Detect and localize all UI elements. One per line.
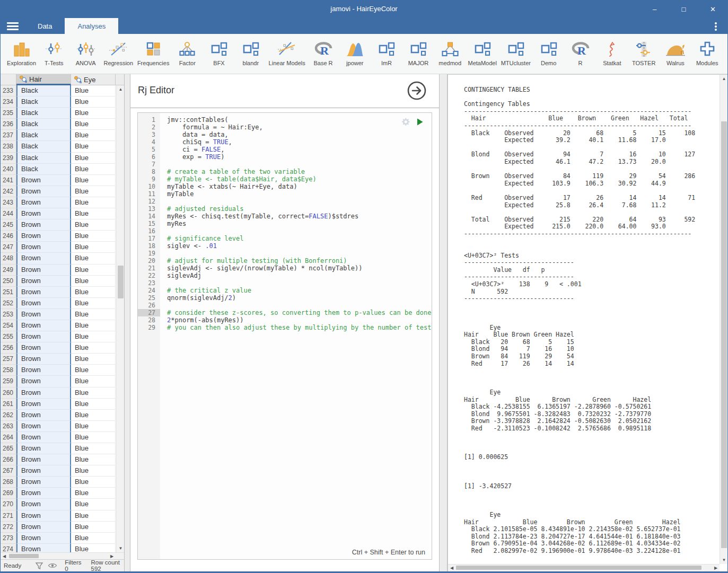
row-number-cell[interactable]: 259: [1, 376, 16, 387]
hair-cell[interactable]: Brown: [16, 533, 71, 544]
row-number-cell[interactable]: 244: [1, 208, 16, 219]
hair-cell[interactable]: Brown: [16, 265, 71, 276]
hair-cell[interactable]: Brown: [16, 208, 71, 219]
eye-cell[interactable]: Blue: [71, 265, 116, 276]
ribbon-item-r[interactable]: RR: [567, 39, 594, 66]
row-number-cell[interactable]: 256: [1, 342, 16, 354]
eye-cell[interactable]: Blue: [71, 465, 116, 477]
ribbon-item-lmr[interactable]: lmR: [373, 39, 400, 66]
hair-cell[interactable]: Brown: [16, 376, 71, 387]
hair-cell[interactable]: Brown: [16, 544, 71, 552]
eye-cell[interactable]: Blue: [71, 309, 116, 320]
ribbon-item-modules[interactable]: Modules: [694, 39, 721, 66]
scroll-right-icon[interactable]: ▶: [712, 565, 720, 571]
scroll-thumb[interactable]: [9, 554, 39, 558]
hair-cell[interactable]: Black: [16, 96, 71, 108]
ribbon-item-demo[interactable]: Demo: [535, 39, 563, 66]
column-header-eye[interactable]: a Eye: [71, 74, 116, 85]
row-number-cell[interactable]: 269: [1, 488, 16, 499]
data-vertical-scrollbar[interactable]: ▲ ▼: [116, 85, 124, 552]
row-number-cell[interactable]: 268: [1, 477, 16, 488]
row-number-cell[interactable]: 262: [1, 410, 16, 421]
ribbon-item-jpower[interactable]: jpower: [341, 39, 369, 66]
eye-cell[interactable]: Blue: [71, 298, 116, 309]
ribbon-item-walrus[interactable]: Walrus: [662, 39, 689, 66]
hair-cell[interactable]: Black: [16, 141, 71, 152]
ribbon-item-anova[interactable]: ANOVA: [72, 39, 100, 66]
scroll-thumb[interactable]: [456, 566, 701, 570]
row-number-cell[interactable]: 237: [1, 130, 16, 141]
scroll-left-icon[interactable]: ◀: [1, 553, 8, 559]
eye-cell[interactable]: Blue: [71, 119, 116, 130]
hair-cell[interactable]: Brown: [16, 477, 71, 488]
hair-cell[interactable]: Brown: [16, 421, 71, 432]
eye-cell[interactable]: Blue: [71, 231, 116, 242]
eye-cell[interactable]: Blue: [71, 387, 116, 399]
hair-cell[interactable]: Brown: [16, 510, 71, 522]
ribbon-item-mtucluster[interactable]: MTUcluster: [501, 39, 531, 66]
ribbon-item-bfx[interactable]: BFX: [205, 39, 233, 66]
hair-cell[interactable]: Brown: [16, 522, 71, 533]
eye-cell[interactable]: Blue: [71, 510, 116, 522]
hair-cell[interactable]: Brown: [16, 432, 71, 443]
ribbon-item-statkat[interactable]: Statkat: [598, 39, 626, 66]
output-vertical-scrollbar[interactable]: ▲ ▼: [720, 75, 727, 564]
row-number-cell[interactable]: 266: [1, 454, 16, 465]
eye-cell[interactable]: Blue: [71, 242, 116, 253]
row-number-cell[interactable]: 250: [1, 276, 16, 287]
row-number-cell[interactable]: 253: [1, 309, 16, 320]
row-number-cell[interactable]: 235: [1, 108, 16, 119]
scroll-thumb[interactable]: [118, 266, 124, 298]
row-number-cell[interactable]: 239: [1, 153, 16, 164]
eye-cell[interactable]: Blue: [71, 287, 116, 298]
ribbon-item-toster[interactable]: TOSTER: [630, 39, 657, 66]
hair-cell[interactable]: Brown: [16, 219, 71, 231]
row-number-cell[interactable]: 274: [1, 544, 16, 552]
row-number-cell[interactable]: 242: [1, 186, 16, 197]
eye-cell[interactable]: Blue: [71, 85, 116, 96]
row-number-cell[interactable]: 241: [1, 175, 16, 186]
row-number-cell[interactable]: 248: [1, 253, 16, 264]
eye-cell[interactable]: Blue: [71, 219, 116, 231]
tab-analyses[interactable]: Analyses: [65, 18, 118, 34]
row-number-cell[interactable]: 271: [1, 510, 16, 522]
row-number-cell[interactable]: 264: [1, 432, 16, 443]
code-editor[interactable]: 1234567891011121314151617181920212223242…: [137, 112, 432, 560]
hair-cell[interactable]: Brown: [16, 342, 71, 354]
ribbon-item-major[interactable]: MAJOR: [405, 39, 432, 66]
row-number-cell[interactable]: 260: [1, 387, 16, 399]
eye-cell[interactable]: Blue: [71, 365, 116, 376]
row-number-cell[interactable]: 255: [1, 331, 16, 342]
scroll-thumb[interactable]: [721, 121, 727, 548]
eye-cell[interactable]: Blue: [71, 175, 116, 186]
maximize-button[interactable]: □: [669, 1, 698, 18]
row-number-cell[interactable]: 236: [1, 119, 16, 130]
row-number-cell[interactable]: 267: [1, 465, 16, 477]
scroll-up-icon[interactable]: ▲: [117, 85, 124, 93]
row-number-cell[interactable]: 251: [1, 287, 16, 298]
scroll-down-icon[interactable]: ▼: [117, 544, 124, 552]
eye-cell[interactable]: Blue: [71, 153, 116, 164]
eye-cell[interactable]: Blue: [71, 488, 116, 499]
row-number-cell[interactable]: 265: [1, 443, 16, 454]
row-number-cell[interactable]: 261: [1, 399, 16, 410]
scroll-left-icon[interactable]: ◀: [448, 565, 455, 571]
tab-data[interactable]: Data: [25, 18, 65, 34]
eye-cell[interactable]: Blue: [71, 454, 116, 465]
hair-cell[interactable]: Brown: [16, 253, 71, 264]
ribbon-item-t-tests[interactable]: T-Tests: [40, 39, 68, 66]
ribbon-item-regression[interactable]: Regression: [103, 39, 133, 66]
hair-cell[interactable]: Brown: [16, 499, 71, 510]
eye-cell[interactable]: Blue: [71, 410, 116, 421]
eye-cell[interactable]: Blue: [71, 533, 116, 544]
scroll-up-icon[interactable]: ▲: [720, 75, 727, 83]
hair-cell[interactable]: Black: [16, 130, 71, 141]
eye-cell[interactable]: Blue: [71, 522, 116, 533]
hair-cell[interactable]: Brown: [16, 231, 71, 242]
hair-cell[interactable]: Brown: [16, 287, 71, 298]
hamburger-menu-icon[interactable]: [1, 18, 25, 34]
eye-cell[interactable]: Blue: [71, 141, 116, 152]
eye-cell[interactable]: Blue: [71, 443, 116, 454]
hair-cell[interactable]: Brown: [16, 488, 71, 499]
hair-cell[interactable]: Black: [16, 85, 71, 96]
